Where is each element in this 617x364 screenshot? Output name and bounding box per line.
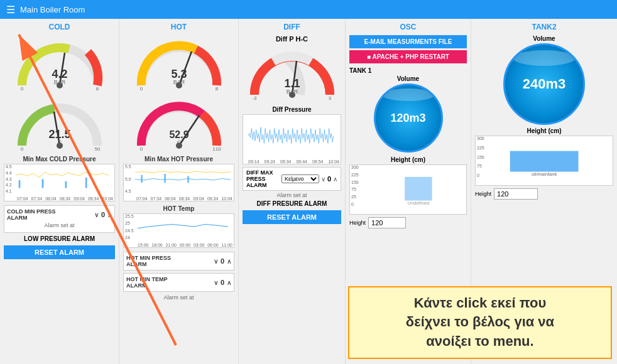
cold-low-press-label: LOW PRESURE ALARM <box>4 235 115 242</box>
cold-header: COLD <box>4 23 115 31</box>
diff-alarm1-dropdown[interactable]: Κείμενο <box>281 174 319 183</box>
svg-text:C: C <box>57 139 62 146</box>
apache-restart-btn[interactable]: ■ APACHE + PHP RESTART <box>349 50 467 63</box>
diff-alarm1-label: DIFF MAX PRESSALARM <box>246 169 281 188</box>
diff-column: DIFF Diff P H-C 1.1 BAR -3 3 Diff Pressu… <box>239 19 346 364</box>
hot-alarm1-value: 0 <box>221 257 224 265</box>
hot-pressure-gauge: 5.3 BAR 0 8 <box>123 35 234 92</box>
hot-pressure-chart-title: Min Max HOT Pressure <box>123 156 234 163</box>
svg-text:110: 110 <box>212 146 221 152</box>
svg-text:4.2: 4.2 <box>52 68 67 80</box>
svg-text:BAR: BAR <box>53 79 65 85</box>
main-content: COLD 4.2 BAR 0 8 <box>0 19 617 364</box>
tank2-height-chart: 300225150750 oil/maintank <box>475 136 613 186</box>
diff-alarm1-up[interactable]: ∧ <box>333 176 337 183</box>
diff-press-alarm-label: DIFF PRESURE ALARM <box>243 200 341 207</box>
svg-text:oil/maintank: oil/maintank <box>532 173 557 177</box>
tank1-label: TANK 1 <box>349 67 467 74</box>
hot-alarm1-up[interactable]: ∧ <box>227 258 231 265</box>
hot-alarm1-down[interactable]: ∨ <box>214 258 218 265</box>
tank1-height-input[interactable] <box>368 217 406 228</box>
app-title: Main Boiler Room <box>20 5 85 14</box>
tank2-value: 240m3 <box>523 76 566 92</box>
hot-alarm-set: Alarm set at <box>123 294 234 301</box>
hot-column: HOT 5.3 BAR 0 8 52.9 <box>119 19 239 364</box>
cold-pressure-chart-title: Min Max COLD Pressure <box>4 156 115 163</box>
tooltip-text: Κάντε click εκεί πουδείχνει το βέλος για… <box>406 295 554 350</box>
titlebar: ☰ Main Boiler Room <box>0 0 617 19</box>
svg-rect-15 <box>85 178 87 188</box>
svg-text:-3: -3 <box>252 95 257 101</box>
hamburger-icon[interactable]: ☰ <box>6 4 15 16</box>
svg-text:8: 8 <box>215 86 218 92</box>
svg-text:8: 8 <box>96 86 99 92</box>
svg-rect-39 <box>510 151 579 172</box>
tank1-height-input-label: Height <box>349 220 366 226</box>
tank2-height-label: Height (cm) <box>475 127 613 134</box>
svg-text:C: C <box>177 139 181 146</box>
svg-rect-37 <box>405 177 432 201</box>
svg-text:0: 0 <box>139 146 143 152</box>
svg-rect-13 <box>42 179 44 188</box>
svg-rect-30 <box>187 176 189 183</box>
tank1-value: 120m3 <box>390 112 425 125</box>
svg-text:5.3: 5.3 <box>171 68 187 80</box>
hot-alarm2-down[interactable]: ∨ <box>214 279 218 286</box>
diff-pressure-chart: 09:1409:2409:3409:4409:5410:04 <box>243 114 341 164</box>
cold-column: COLD 4.2 BAR 0 8 <box>0 19 119 364</box>
cold-alarm1-set: Alarm set at <box>7 222 112 228</box>
diff-max-press-alarm: DIFF MAX PRESSALARM Κείμενο ∨ 0 ∧ <box>243 167 341 191</box>
osc-header: OSC <box>349 23 467 31</box>
cold-pressure-gauge: 4.2 BAR 0 8 <box>4 35 115 92</box>
hot-temp-chart-title: HOT Temp <box>123 205 234 212</box>
tooltip-box: Κάντε click εκεί πουδείχνει το βέλος για… <box>348 286 612 359</box>
tank1-volume-label: Volume <box>349 75 467 82</box>
diff-header: DIFF <box>243 23 341 31</box>
svg-text:0: 0 <box>139 86 143 92</box>
tank2-volume-label: Volume <box>475 35 613 42</box>
svg-text:1.1: 1.1 <box>284 77 300 90</box>
svg-text:52.9: 52.9 <box>169 129 188 140</box>
svg-rect-28 <box>141 175 143 183</box>
tank1-circle: 120m3 <box>374 83 443 153</box>
tank2-header: TANK2 <box>475 23 613 31</box>
cold-reset-btn[interactable]: RESET ALARM <box>4 245 115 259</box>
diff-reset-btn[interactable]: RESET ALARM <box>243 210 341 224</box>
svg-text:Undefined: Undefined <box>408 201 430 206</box>
hot-alarm2-up[interactable]: ∧ <box>227 279 231 286</box>
cold-min-press-alarm: COLD MIN PRESSALARM ∨ 0 ∧ Alarm set at <box>4 205 115 233</box>
svg-rect-29 <box>164 174 166 183</box>
hot-temp-chart: 25.52524.524 15:0018:0021:0000:0003:0006… <box>123 213 234 248</box>
cold-alarm1-up[interactable]: ∧ <box>107 211 112 218</box>
svg-text:50: 50 <box>94 146 100 152</box>
hot-temp-gauge: 52.9 C 0 110 <box>123 95 234 152</box>
hot-alarm2-value: 0 <box>221 279 224 286</box>
email-measurements-btn[interactable]: E-MAIL MEASURMENTS FILE <box>349 35 467 48</box>
svg-rect-14 <box>65 181 67 188</box>
tank2-height-input[interactable] <box>494 188 538 200</box>
hot-pressure-chart: 5.55.04.5 07:0407:3408:0408:3409:0409:34… <box>123 164 234 201</box>
hot-header: HOT <box>123 23 234 31</box>
svg-text:BAR: BAR <box>173 79 185 85</box>
tank2-circle: 240m3 <box>503 43 585 125</box>
diff-alarm-set: Alarm set at <box>243 192 341 198</box>
cold-alarm1-down[interactable]: ∨ <box>94 211 99 218</box>
diff-press-chart-title: Diff Pressure <box>243 105 341 114</box>
svg-text:3: 3 <box>328 95 331 101</box>
svg-text:0: 0 <box>20 146 23 152</box>
cold-alarm1-label: COLD MIN PRESSALARM <box>7 208 56 221</box>
diff-pressure-gauge: 1.1 BAR -3 3 <box>243 45 341 101</box>
svg-rect-12 <box>19 180 21 188</box>
diff-alarm1-down[interactable]: ∨ <box>321 176 325 183</box>
hot-alarm2-label: HOT MIN TEMPALARM <box>126 276 168 289</box>
tank1-height-label: Height (cm) <box>349 156 467 163</box>
cold-temp-gauge: 21.5 C 0 50 <box>4 95 115 152</box>
hot-alarm1-label: HOT MIN PRESSALARM <box>126 255 171 267</box>
tank2-height-input-row: Height <box>475 188 613 200</box>
cold-pressure-chart: 4.54.44.34.24.1 07:0407:3408:0408:3409:0… <box>4 164 115 201</box>
diff-gauge-title: Diff P H-C <box>243 35 341 43</box>
svg-text:BAR: BAR <box>286 88 298 95</box>
svg-text:21.5: 21.5 <box>48 128 70 141</box>
svg-text:0: 0 <box>20 86 23 92</box>
tank2-height-input-label: Height <box>475 191 491 197</box>
